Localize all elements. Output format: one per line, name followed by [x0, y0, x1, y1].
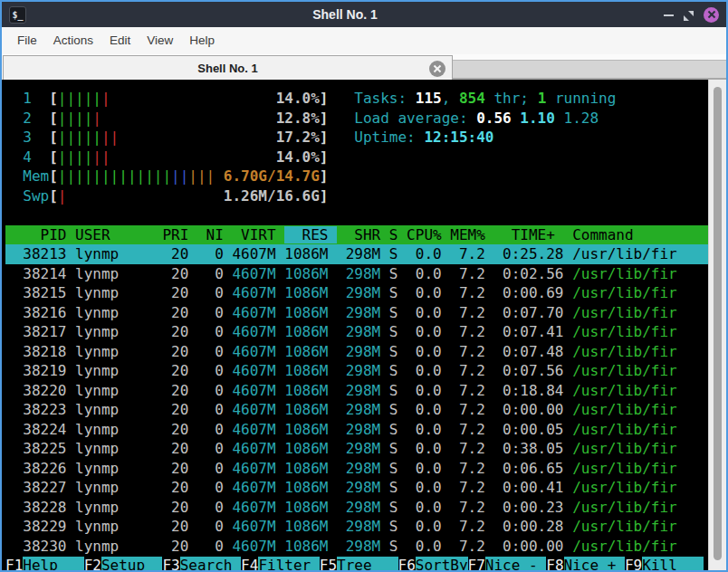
fkey-f8: F8: [546, 557, 563, 570]
process-row[interactable]: 38225 lynmp 20 0 4607M 1086M 298M S 0.0 …: [5, 439, 708, 459]
mem-meter: Mem[||||||||||||||||||6.70G/14.7G]: [5, 167, 708, 186]
fkey-f4: F4: [241, 557, 258, 570]
uptime-info: Uptime: 12:15:40: [354, 128, 493, 148]
function-key-bar: F1Help F2Setup F3Search F4Filter F5Tree …: [5, 556, 708, 570]
tabbar: Shell No. 1: [2, 54, 726, 80]
process-row-selected[interactable]: 38213 lynmp 20 0 4607M 1086M 298M S 0.0 …: [5, 244, 708, 264]
fkey-f2: F2: [84, 557, 101, 570]
process-row[interactable]: 38226 lynmp 20 0 4607M 1086M 298M S 0.0 …: [5, 459, 708, 479]
process-row[interactable]: 38217 lynmp 20 0 4607M 1086M 298M S 0.0 …: [5, 322, 708, 342]
menu-item-actions[interactable]: Actions: [45, 27, 101, 54]
menu-item-file[interactable]: File: [9, 27, 45, 54]
cpu-meter-4: 4 [||||||14.0%]: [5, 148, 708, 167]
terminal-screen[interactable]: 1 [||||||14.0%]Tasks: 115, 854 thr; 1 ru…: [2, 80, 726, 570]
fkey-label-help[interactable]: Help: [23, 557, 83, 570]
scrollbar[interactable]: [708, 80, 726, 570]
menubar: FileActionsEditViewHelp: [2, 27, 726, 54]
terminal-window: $_ Shell No. 1 FileActionsEditViewHelp S…: [0, 0, 728, 572]
tabbar-empty-area: [453, 60, 726, 80]
process-row[interactable]: 38214 lynmp 20 0 4607M 1086M 298M S 0.0 …: [5, 264, 708, 284]
minimize-icon[interactable]: [664, 9, 674, 21]
close-icon[interactable]: [704, 7, 719, 23]
process-row[interactable]: 38220 lynmp 20 0 4607M 1086M 298M S 0.0 …: [5, 381, 708, 401]
process-row[interactable]: 38223 lynmp 20 0 4607M 1086M 298M S 0.0 …: [5, 400, 708, 420]
scrollbar-thumb[interactable]: [714, 87, 722, 560]
window-title: Shell No. 1: [26, 7, 664, 22]
menu-item-view[interactable]: View: [139, 27, 181, 54]
fkey-label-search[interactable]: Search: [180, 557, 241, 570]
process-row[interactable]: 38229 lynmp 20 0 4607M 1086M 298M S 0.0 …: [5, 517, 708, 537]
fkey-f9: F9: [625, 557, 642, 570]
sort-column-res[interactable]: RES: [284, 226, 337, 243]
tab-shell[interactable]: Shell No. 1: [3, 55, 453, 80]
menu-item-edit[interactable]: Edit: [101, 27, 139, 54]
process-row[interactable]: 38224 lynmp 20 0 4607M 1086M 298M S 0.0 …: [5, 420, 708, 440]
process-row[interactable]: 38228 lynmp 20 0 4607M 1086M 298M S 0.0 …: [5, 498, 708, 518]
fkey-label-sortby[interactable]: SortBy: [416, 557, 468, 570]
fkey-f1: F1: [5, 557, 23, 570]
restore-icon[interactable]: [683, 9, 694, 21]
menu-item-help[interactable]: Help: [181, 27, 223, 54]
process-row[interactable]: 38218 lynmp 20 0 4607M 1086M 298M S 0.0 …: [5, 342, 708, 362]
process-row[interactable]: 38227 lynmp 20 0 4607M 1086M 298M S 0.0 …: [5, 478, 708, 498]
cpu-meter-2: 2 [|||||12.8%]Load average: 0.56 1.10 1.…: [5, 109, 708, 129]
tasks-info: Tasks: 115, 854 thr; 1 running: [354, 89, 616, 109]
fkey-label-tree[interactable]: Tree: [337, 557, 398, 570]
load-average-info: Load average: 0.56 1.10 1.28: [354, 109, 599, 129]
fkey-label-filter[interactable]: Filter: [258, 557, 319, 570]
fkey-label-kill[interactable]: Kill: [642, 557, 703, 570]
titlebar: $_ Shell No. 1: [2, 2, 726, 27]
swp-meter: Swp[|1.26M/16.6G]: [5, 186, 708, 206]
fkey-f6: F6: [398, 557, 416, 570]
terminal-icon: $_: [9, 6, 26, 24]
cpu-meter-3: 3 [|||||||17.2%]Uptime: 12:15:40: [5, 128, 708, 148]
process-row[interactable]: 38219 lynmp 20 0 4607M 1086M 298M S 0.0 …: [5, 361, 708, 381]
process-row[interactable]: 38215 lynmp 20 0 4607M 1086M 298M S 0.0 …: [5, 283, 708, 303]
cpu-meter-1: 1 [||||||14.0%]Tasks: 115, 854 thr; 1 ru…: [5, 89, 708, 109]
process-row[interactable]: 38230 lynmp 20 0 4607M 1086M 298M S 0.0 …: [5, 537, 708, 557]
fkey-f3: F3: [162, 557, 179, 570]
fkey-f5: F5: [320, 557, 337, 570]
fkey-f7: F7: [468, 557, 485, 570]
fkey-label-nice-[interactable]: Nice -: [485, 557, 546, 570]
tab-close-icon[interactable]: [429, 61, 445, 77]
tab-label: Shell No. 1: [197, 62, 257, 75]
fkey-label-nice+[interactable]: Nice +: [564, 557, 625, 570]
fkey-label-setup[interactable]: Setup: [101, 557, 162, 570]
table-header[interactable]: PID USER PRI NI VIRT RES SHR S CPU% MEM%…: [5, 225, 708, 245]
process-row[interactable]: 38216 lynmp 20 0 4607M 1086M 298M S 0.0 …: [5, 303, 708, 323]
